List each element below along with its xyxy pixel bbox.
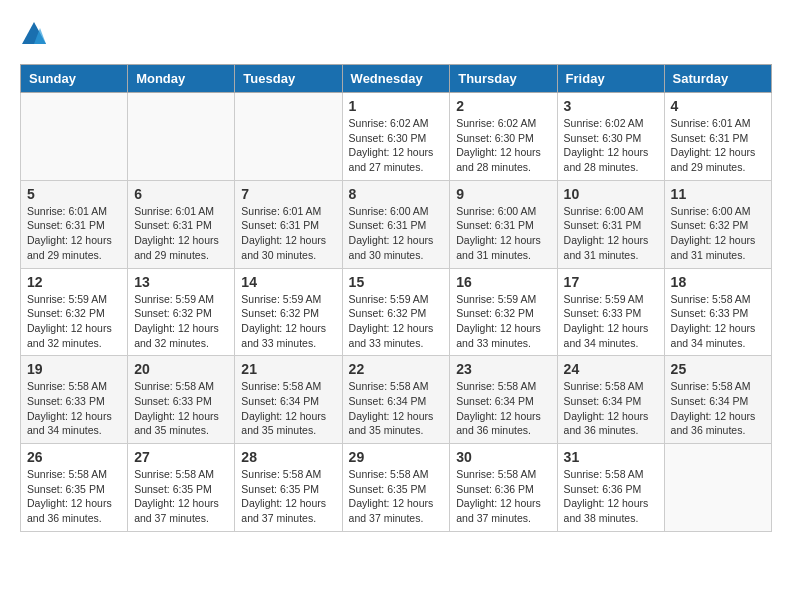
day-cell: 6Sunrise: 6:01 AM Sunset: 6:31 PM Daylig… bbox=[128, 180, 235, 268]
week-row-1: 1Sunrise: 6:02 AM Sunset: 6:30 PM Daylig… bbox=[21, 93, 772, 181]
day-info: Sunrise: 5:59 AM Sunset: 6:32 PM Dayligh… bbox=[241, 292, 335, 351]
day-info: Sunrise: 5:58 AM Sunset: 6:34 PM Dayligh… bbox=[349, 379, 444, 438]
header-cell-wednesday: Wednesday bbox=[342, 65, 450, 93]
day-cell: 11Sunrise: 6:00 AM Sunset: 6:32 PM Dayli… bbox=[664, 180, 771, 268]
day-number: 6 bbox=[134, 186, 228, 202]
day-cell bbox=[235, 93, 342, 181]
day-cell bbox=[664, 444, 771, 532]
day-number: 25 bbox=[671, 361, 765, 377]
header-cell-monday: Monday bbox=[128, 65, 235, 93]
day-cell: 12Sunrise: 5:59 AM Sunset: 6:32 PM Dayli… bbox=[21, 268, 128, 356]
day-cell: 24Sunrise: 5:58 AM Sunset: 6:34 PM Dayli… bbox=[557, 356, 664, 444]
day-cell: 20Sunrise: 5:58 AM Sunset: 6:33 PM Dayli… bbox=[128, 356, 235, 444]
day-number: 17 bbox=[564, 274, 658, 290]
day-number: 2 bbox=[456, 98, 550, 114]
day-cell: 14Sunrise: 5:59 AM Sunset: 6:32 PM Dayli… bbox=[235, 268, 342, 356]
day-info: Sunrise: 5:59 AM Sunset: 6:32 PM Dayligh… bbox=[134, 292, 228, 351]
day-cell bbox=[21, 93, 128, 181]
day-number: 3 bbox=[564, 98, 658, 114]
day-number: 10 bbox=[564, 186, 658, 202]
day-info: Sunrise: 5:59 AM Sunset: 6:33 PM Dayligh… bbox=[564, 292, 658, 351]
header-cell-sunday: Sunday bbox=[21, 65, 128, 93]
day-info: Sunrise: 6:02 AM Sunset: 6:30 PM Dayligh… bbox=[564, 116, 658, 175]
day-number: 11 bbox=[671, 186, 765, 202]
day-info: Sunrise: 5:58 AM Sunset: 6:36 PM Dayligh… bbox=[456, 467, 550, 526]
day-info: Sunrise: 6:01 AM Sunset: 6:31 PM Dayligh… bbox=[241, 204, 335, 263]
day-info: Sunrise: 6:00 AM Sunset: 6:31 PM Dayligh… bbox=[456, 204, 550, 263]
day-info: Sunrise: 5:58 AM Sunset: 6:34 PM Dayligh… bbox=[241, 379, 335, 438]
day-cell: 7Sunrise: 6:01 AM Sunset: 6:31 PM Daylig… bbox=[235, 180, 342, 268]
day-number: 21 bbox=[241, 361, 335, 377]
day-number: 4 bbox=[671, 98, 765, 114]
day-cell: 28Sunrise: 5:58 AM Sunset: 6:35 PM Dayli… bbox=[235, 444, 342, 532]
header-cell-friday: Friday bbox=[557, 65, 664, 93]
week-row-3: 12Sunrise: 5:59 AM Sunset: 6:32 PM Dayli… bbox=[21, 268, 772, 356]
day-cell: 23Sunrise: 5:58 AM Sunset: 6:34 PM Dayli… bbox=[450, 356, 557, 444]
day-number: 15 bbox=[349, 274, 444, 290]
day-info: Sunrise: 5:59 AM Sunset: 6:32 PM Dayligh… bbox=[349, 292, 444, 351]
day-number: 1 bbox=[349, 98, 444, 114]
day-number: 13 bbox=[134, 274, 228, 290]
day-cell: 5Sunrise: 6:01 AM Sunset: 6:31 PM Daylig… bbox=[21, 180, 128, 268]
week-row-2: 5Sunrise: 6:01 AM Sunset: 6:31 PM Daylig… bbox=[21, 180, 772, 268]
day-cell: 3Sunrise: 6:02 AM Sunset: 6:30 PM Daylig… bbox=[557, 93, 664, 181]
day-info: Sunrise: 6:02 AM Sunset: 6:30 PM Dayligh… bbox=[349, 116, 444, 175]
day-info: Sunrise: 6:02 AM Sunset: 6:30 PM Dayligh… bbox=[456, 116, 550, 175]
day-cell: 27Sunrise: 5:58 AM Sunset: 6:35 PM Dayli… bbox=[128, 444, 235, 532]
page-header bbox=[20, 20, 772, 48]
day-number: 7 bbox=[241, 186, 335, 202]
day-cell: 17Sunrise: 5:59 AM Sunset: 6:33 PM Dayli… bbox=[557, 268, 664, 356]
day-cell: 13Sunrise: 5:59 AM Sunset: 6:32 PM Dayli… bbox=[128, 268, 235, 356]
day-number: 5 bbox=[27, 186, 121, 202]
day-info: Sunrise: 5:58 AM Sunset: 6:33 PM Dayligh… bbox=[134, 379, 228, 438]
day-cell: 31Sunrise: 5:58 AM Sunset: 6:36 PM Dayli… bbox=[557, 444, 664, 532]
day-cell: 26Sunrise: 5:58 AM Sunset: 6:35 PM Dayli… bbox=[21, 444, 128, 532]
day-cell: 9Sunrise: 6:00 AM Sunset: 6:31 PM Daylig… bbox=[450, 180, 557, 268]
calendar-body: 1Sunrise: 6:02 AM Sunset: 6:30 PM Daylig… bbox=[21, 93, 772, 532]
day-info: Sunrise: 5:58 AM Sunset: 6:33 PM Dayligh… bbox=[27, 379, 121, 438]
calendar-header: SundayMondayTuesdayWednesdayThursdayFrid… bbox=[21, 65, 772, 93]
day-number: 28 bbox=[241, 449, 335, 465]
day-info: Sunrise: 6:01 AM Sunset: 6:31 PM Dayligh… bbox=[27, 204, 121, 263]
calendar-table: SundayMondayTuesdayWednesdayThursdayFrid… bbox=[20, 64, 772, 532]
day-info: Sunrise: 5:58 AM Sunset: 6:33 PM Dayligh… bbox=[671, 292, 765, 351]
day-info: Sunrise: 5:59 AM Sunset: 6:32 PM Dayligh… bbox=[27, 292, 121, 351]
day-cell: 29Sunrise: 5:58 AM Sunset: 6:35 PM Dayli… bbox=[342, 444, 450, 532]
day-number: 29 bbox=[349, 449, 444, 465]
day-number: 8 bbox=[349, 186, 444, 202]
day-info: Sunrise: 6:00 AM Sunset: 6:32 PM Dayligh… bbox=[671, 204, 765, 263]
day-cell: 4Sunrise: 6:01 AM Sunset: 6:31 PM Daylig… bbox=[664, 93, 771, 181]
header-row: SundayMondayTuesdayWednesdayThursdayFrid… bbox=[21, 65, 772, 93]
day-number: 18 bbox=[671, 274, 765, 290]
logo-icon bbox=[20, 20, 48, 48]
day-info: Sunrise: 5:58 AM Sunset: 6:34 PM Dayligh… bbox=[564, 379, 658, 438]
day-info: Sunrise: 6:01 AM Sunset: 6:31 PM Dayligh… bbox=[671, 116, 765, 175]
day-cell: 19Sunrise: 5:58 AM Sunset: 6:33 PM Dayli… bbox=[21, 356, 128, 444]
day-cell: 1Sunrise: 6:02 AM Sunset: 6:30 PM Daylig… bbox=[342, 93, 450, 181]
logo bbox=[20, 20, 52, 48]
day-cell: 25Sunrise: 5:58 AM Sunset: 6:34 PM Dayli… bbox=[664, 356, 771, 444]
week-row-5: 26Sunrise: 5:58 AM Sunset: 6:35 PM Dayli… bbox=[21, 444, 772, 532]
header-cell-thursday: Thursday bbox=[450, 65, 557, 93]
day-info: Sunrise: 5:58 AM Sunset: 6:34 PM Dayligh… bbox=[671, 379, 765, 438]
day-cell: 16Sunrise: 5:59 AM Sunset: 6:32 PM Dayli… bbox=[450, 268, 557, 356]
day-cell: 2Sunrise: 6:02 AM Sunset: 6:30 PM Daylig… bbox=[450, 93, 557, 181]
day-number: 23 bbox=[456, 361, 550, 377]
day-number: 27 bbox=[134, 449, 228, 465]
day-number: 22 bbox=[349, 361, 444, 377]
day-info: Sunrise: 5:58 AM Sunset: 6:35 PM Dayligh… bbox=[349, 467, 444, 526]
day-number: 16 bbox=[456, 274, 550, 290]
day-cell: 18Sunrise: 5:58 AM Sunset: 6:33 PM Dayli… bbox=[664, 268, 771, 356]
day-info: Sunrise: 5:58 AM Sunset: 6:35 PM Dayligh… bbox=[134, 467, 228, 526]
week-row-4: 19Sunrise: 5:58 AM Sunset: 6:33 PM Dayli… bbox=[21, 356, 772, 444]
day-cell: 10Sunrise: 6:00 AM Sunset: 6:31 PM Dayli… bbox=[557, 180, 664, 268]
header-cell-tuesday: Tuesday bbox=[235, 65, 342, 93]
day-number: 19 bbox=[27, 361, 121, 377]
day-info: Sunrise: 6:01 AM Sunset: 6:31 PM Dayligh… bbox=[134, 204, 228, 263]
header-cell-saturday: Saturday bbox=[664, 65, 771, 93]
day-cell: 21Sunrise: 5:58 AM Sunset: 6:34 PM Dayli… bbox=[235, 356, 342, 444]
day-info: Sunrise: 6:00 AM Sunset: 6:31 PM Dayligh… bbox=[349, 204, 444, 263]
day-number: 20 bbox=[134, 361, 228, 377]
day-info: Sunrise: 5:58 AM Sunset: 6:35 PM Dayligh… bbox=[241, 467, 335, 526]
day-number: 24 bbox=[564, 361, 658, 377]
